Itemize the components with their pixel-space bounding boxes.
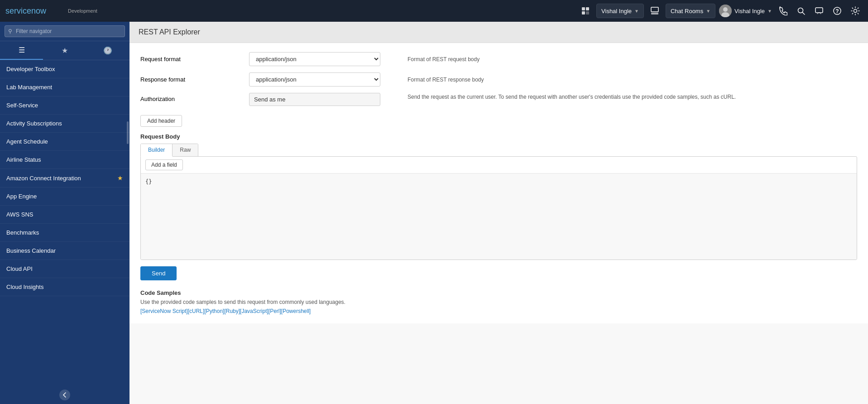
add-field-btn[interactable]: Add a field bbox=[145, 159, 183, 170]
phone-btn[interactable] bbox=[776, 4, 790, 18]
sidebar-nav-list: Developer Toolbox Lab Management Self-Se… bbox=[0, 60, 129, 404]
help-btn[interactable]: ? bbox=[830, 4, 844, 18]
sidebar-tab-menu[interactable]: ☰ bbox=[0, 41, 43, 60]
main-content: REST API Explorer Request format applica… bbox=[129, 22, 868, 404]
help-icon: ? bbox=[833, 6, 842, 15]
sidebar-item-cloud-api[interactable]: Cloud API bbox=[0, 260, 129, 278]
sidebar-item-app-engine[interactable]: App Engine bbox=[0, 188, 129, 206]
code-samples-desc: Use the provided code samples to send th… bbox=[140, 299, 857, 305]
instance-switcher-btn[interactable] bbox=[578, 4, 593, 18]
link-servicenow[interactable]: [ServiceNow Script] bbox=[140, 308, 188, 314]
sidebar-item-agent-schedule[interactable]: Agent Schedule bbox=[0, 133, 129, 151]
filter-search-icon: ⚲ bbox=[8, 28, 12, 34]
chat-rooms-label: Chat Rooms bbox=[671, 8, 703, 14]
sidebar-tab-history[interactable]: 🕐 bbox=[86, 41, 129, 60]
authorization-control: Send as me bbox=[249, 93, 380, 106]
request-body-content: Add a field {} bbox=[140, 156, 857, 260]
link-perl[interactable]: [Perl] bbox=[269, 308, 281, 314]
request-body-tabs: Builder Raw bbox=[140, 144, 198, 156]
sidebar-item-label: Cloud Insights bbox=[6, 284, 43, 290]
response-format-label: Response format bbox=[140, 76, 249, 83]
sidebar-item-aws-sns[interactable]: AWS SNS bbox=[0, 206, 129, 224]
avatar-image bbox=[719, 5, 732, 17]
sidebar-item-label: Developer Toolbox bbox=[6, 66, 55, 72]
svg-point-8 bbox=[723, 7, 728, 12]
sidebar-item-amazon-connect[interactable]: Amazon Connect Integration ★ bbox=[0, 169, 129, 188]
authorization-label: Authorization bbox=[140, 93, 249, 102]
rest-api-explorer-body: Request format application/json applicat… bbox=[129, 43, 868, 323]
chat-rooms-chevron: ▼ bbox=[706, 9, 710, 14]
sidebar: ⚲ ☰ ★ 🕐 Developer Toolbox Lab Management… bbox=[0, 22, 129, 404]
add-field-bar: Add a field bbox=[141, 157, 857, 173]
tab-raw[interactable]: Raw bbox=[173, 144, 198, 156]
response-format-hint: Format of REST response body bbox=[408, 76, 857, 83]
sidebar-item-label: Benchmarks bbox=[6, 229, 39, 236]
page-header: REST API Explorer bbox=[129, 22, 868, 43]
phone-icon bbox=[778, 6, 787, 15]
sidebar-item-label: App Engine bbox=[6, 193, 37, 200]
user-profile-area[interactable]: Vishal Ingle ▼ bbox=[719, 5, 772, 17]
sidebar-tab-bar: ☰ ★ 🕐 bbox=[0, 41, 129, 60]
sidebar-item-airline-status[interactable]: Airline Status bbox=[0, 151, 129, 169]
svg-rect-5 bbox=[651, 7, 658, 12]
link-javascript[interactable]: [JavaScript] bbox=[240, 308, 269, 314]
response-format-control: application/json application/xml text/xm… bbox=[249, 72, 380, 87]
sidebar-item-business-calendar[interactable]: Business Calendar bbox=[0, 242, 129, 260]
sidebar-item-label: Self-Service bbox=[6, 102, 38, 109]
request-format-control: application/json application/xml text/xm… bbox=[249, 52, 380, 66]
response-format-select[interactable]: application/json application/xml text/xm… bbox=[249, 72, 380, 87]
search-btn[interactable] bbox=[794, 4, 808, 18]
sidebar-item-lab-management[interactable]: Lab Management bbox=[0, 78, 129, 96]
sidebar-item-label: AWS SNS bbox=[6, 211, 33, 218]
authorization-row: Authorization Send as me Send the reques… bbox=[140, 93, 857, 106]
back-icon bbox=[62, 392, 68, 398]
svg-rect-12 bbox=[815, 8, 823, 13]
sidebar-item-label: Lab Management bbox=[6, 84, 52, 91]
layout-icon bbox=[650, 6, 659, 15]
add-header-area: Add header bbox=[140, 115, 857, 127]
body-editor-area[interactable]: {} bbox=[141, 173, 857, 260]
authorization-field: Send as me bbox=[249, 93, 380, 106]
sidebar-scrollbar-thumb bbox=[127, 121, 129, 144]
link-powershell[interactable]: [Powershell] bbox=[281, 308, 311, 314]
settings-icon bbox=[851, 6, 860, 15]
link-curl[interactable]: [cURL] bbox=[188, 308, 205, 314]
request-format-label: Request format bbox=[140, 56, 249, 63]
chat-btn[interactable] bbox=[812, 4, 826, 18]
chat-rooms-dropdown[interactable]: Chat Rooms ▼ bbox=[666, 4, 715, 18]
request-format-select[interactable]: application/json application/xml text/xm… bbox=[249, 52, 380, 66]
link-ruby[interactable]: [Ruby] bbox=[224, 308, 240, 314]
search-wrap: ⚲ bbox=[5, 25, 125, 37]
sidebar-item-label: Agent Schedule bbox=[6, 138, 48, 145]
svg-line-11 bbox=[802, 12, 805, 14]
sidebar-collapse-btn[interactable] bbox=[59, 390, 70, 400]
window-layout-btn[interactable] bbox=[647, 4, 662, 18]
tab-builder[interactable]: Builder bbox=[141, 144, 173, 157]
favorite-star-icon: ★ bbox=[117, 174, 123, 182]
settings-btn[interactable] bbox=[848, 4, 863, 18]
add-header-btn[interactable]: Add header bbox=[140, 115, 182, 127]
send-btn-area: Send bbox=[140, 266, 857, 280]
filter-navigator-input[interactable] bbox=[5, 25, 125, 37]
user-session-chevron: ▼ bbox=[634, 9, 639, 14]
svg-rect-4 bbox=[586, 11, 589, 14]
sidebar-item-label: Amazon Connect Integration bbox=[6, 175, 81, 182]
sidebar-item-self-service[interactable]: Self-Service bbox=[0, 96, 129, 115]
send-button[interactable]: Send bbox=[140, 266, 177, 280]
sidebar-item-benchmarks[interactable]: Benchmarks bbox=[0, 224, 129, 242]
link-python[interactable]: [Python] bbox=[204, 308, 224, 314]
request-body-section: Request Body Builder Raw Add a field bbox=[140, 133, 857, 260]
sidebar-item-label: Airline Status bbox=[6, 156, 41, 163]
sidebar-item-cloud-insights[interactable]: Cloud Insights bbox=[0, 278, 129, 296]
code-sample-links: [ServiceNow Script][cURL][Python][Ruby][… bbox=[140, 308, 857, 314]
sidebar-item-developer-toolbox[interactable]: Developer Toolbox bbox=[0, 60, 129, 78]
code-samples-label: Code Samples bbox=[140, 289, 857, 296]
svg-rect-6 bbox=[651, 13, 658, 14]
body-editor-content: {} bbox=[145, 178, 152, 185]
user-session-dropdown[interactable]: Vishal Ingle ▼ bbox=[596, 4, 644, 18]
sidebar-item-activity-subscriptions[interactable]: Activity Subscriptions bbox=[0, 115, 129, 133]
instance-icon bbox=[581, 6, 590, 15]
user-name-label: Vishal Ingle bbox=[734, 8, 765, 14]
sidebar-tab-favorites[interactable]: ★ bbox=[43, 41, 86, 60]
svg-rect-1 bbox=[582, 7, 585, 10]
